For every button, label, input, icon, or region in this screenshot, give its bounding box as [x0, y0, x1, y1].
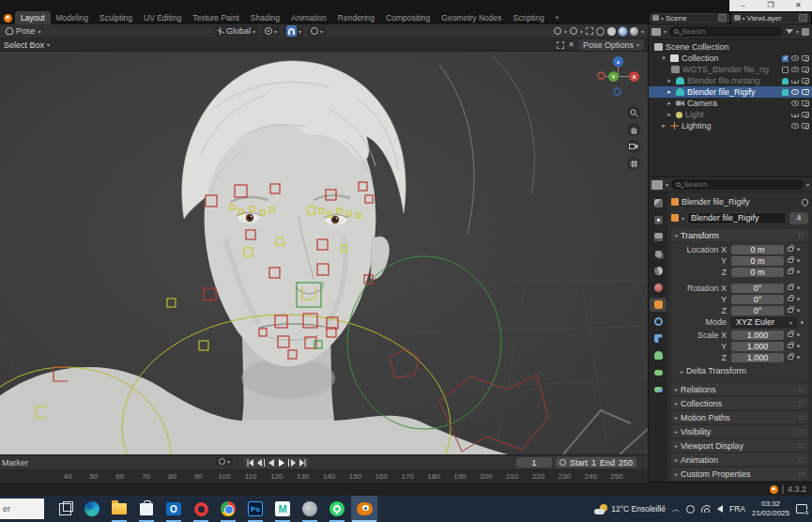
disable-render-icon[interactable]	[802, 67, 809, 72]
lock-icon[interactable]	[788, 308, 793, 313]
maximize-button[interactable]: ❐	[757, 0, 784, 11]
gizmo-z-axis[interactable]: z	[613, 56, 623, 67]
hide-eye-icon[interactable]	[791, 123, 799, 129]
show-overlays-icon[interactable]	[570, 27, 577, 35]
animate-dot-icon[interactable]	[797, 286, 800, 289]
photoshop-button[interactable]: Ps	[242, 496, 268, 522]
pin-icon[interactable]	[801, 197, 810, 207]
zoom-icon[interactable]	[627, 106, 640, 119]
rotation-y-field[interactable]: 0°	[731, 295, 784, 304]
clock[interactable]: 03:32 21/02/2025	[752, 499, 789, 517]
tab-texture-paint[interactable]: Texture Paint	[187, 11, 245, 24]
close-button[interactable]: ✕	[785, 0, 812, 11]
panel-viewport-display[interactable]: ▸ Viewport Display ∷	[671, 439, 808, 452]
expand-icon[interactable]: ▸	[666, 100, 673, 107]
language-indicator[interactable]: FRA	[729, 504, 745, 514]
tab-output[interactable]	[650, 230, 666, 244]
delta-transform-panel[interactable]: ▸ Delta Transform	[673, 365, 806, 376]
animate-dot-icon[interactable]	[797, 309, 800, 312]
viewport-canvas[interactable]: z Y X	[0, 52, 648, 454]
store-button[interactable]	[133, 496, 160, 522]
tab-world[interactable]	[650, 281, 666, 295]
location-y-field[interactable]: 0 m	[731, 256, 784, 266]
outliner-item-wgts[interactable]: WGTS_Blender file_rig	[649, 64, 812, 75]
outliner-item-lighting[interactable]: ▸ Lighting	[649, 120, 812, 131]
tab-constraints[interactable]	[650, 331, 666, 345]
disable-render-icon[interactable]	[802, 55, 809, 61]
pivot-dropdown[interactable]: ▾	[262, 25, 280, 37]
gizmo-neg-z-axis[interactable]	[613, 87, 621, 96]
mode-dropdown[interactable]: Pose ▾	[0, 25, 47, 38]
scale-y-field[interactable]: 1.000	[731, 342, 784, 351]
snap-controls[interactable]: ▾	[283, 25, 304, 37]
animate-dot-icon[interactable]	[797, 333, 800, 336]
panel-grip-icon[interactable]: ∷	[799, 441, 804, 451]
new-scene-button[interactable]	[718, 14, 727, 22]
expand-icon[interactable]: ▾	[660, 54, 667, 62]
outliner-search[interactable]	[669, 26, 783, 37]
scale-x-field[interactable]: 1.000	[731, 330, 784, 340]
chrome-button[interactable]	[215, 496, 241, 522]
outliner-item-light[interactable]: ▸ Light	[649, 109, 812, 120]
tab-physics[interactable]	[650, 315, 666, 329]
object-name-field[interactable]: Blender file_Rigify	[687, 212, 787, 224]
task-view-button[interactable]	[52, 496, 78, 522]
shading-rendered-icon[interactable]	[630, 27, 638, 36]
shading-material-icon[interactable]	[619, 27, 627, 36]
blender-taskbar-button[interactable]	[351, 496, 377, 522]
location-x-field[interactable]: 0 m	[731, 245, 784, 254]
panel-collections[interactable]: ▸ Collections ∷	[671, 397, 808, 409]
hide-eye-icon[interactable]	[791, 80, 799, 84]
animate-dot-icon[interactable]	[797, 356, 800, 359]
new-viewlayer-button[interactable]	[799, 14, 807, 22]
new-collection-icon[interactable]	[802, 28, 809, 36]
hidden-icons-chevron[interactable]: ︿	[672, 504, 680, 514]
shading-solid-icon[interactable]	[607, 27, 616, 36]
file-explorer-button[interactable]	[106, 496, 132, 522]
location-z-field[interactable]: 0 m	[731, 268, 784, 277]
edge-button[interactable]	[79, 496, 105, 522]
panel-grip-icon[interactable]: ∷	[799, 399, 804, 408]
mirror-x-icon[interactable]: ✕	[568, 40, 575, 49]
hide-eye-icon[interactable]	[791, 114, 799, 117]
taskbar-search-box[interactable]: er	[0, 499, 44, 519]
panel-custom-properties[interactable]: ▸ Custom Properties ∷	[671, 468, 808, 480]
jump-to-end-button[interactable]	[298, 458, 307, 468]
show-gizmo-icon[interactable]	[554, 27, 561, 35]
m-app-button[interactable]: M	[269, 496, 296, 522]
outliner-item-metarig[interactable]: ▸ Blender file.metarig	[649, 75, 812, 86]
panel-grip-icon[interactable]: ∷	[799, 385, 804, 394]
shading-wireframe-icon[interactable]	[596, 27, 605, 36]
scale-z-field[interactable]: 1.000	[731, 353, 784, 362]
tab-scene[interactable]	[650, 264, 666, 278]
lock-icon[interactable]	[788, 332, 793, 337]
lock-icon[interactable]	[788, 247, 793, 252]
gizmo-neg-x-axis[interactable]	[597, 71, 605, 80]
tab-geometry-nodes[interactable]: Geometry Nodes	[436, 11, 507, 24]
panel-relations[interactable]: ▸ Relations ∷	[671, 383, 808, 395]
scene-selector[interactable]: ▾ Scene	[650, 13, 729, 23]
panel-animation[interactable]: ▸ Animation ∷	[671, 453, 808, 466]
tab-layout[interactable]: Layout	[15, 11, 51, 24]
weather-widget[interactable]: 12°C Ensoleillé	[594, 504, 666, 514]
collection-checkbox[interactable]	[782, 55, 789, 62]
play-button[interactable]	[277, 458, 286, 468]
end-value[interactable]: 250	[619, 458, 633, 468]
expand-icon[interactable]: ▸	[666, 111, 673, 118]
outliner-item-scene-collection[interactable]: Scene Collection	[649, 41, 812, 53]
lock-icon[interactable]	[788, 344, 793, 348]
timeline-ruler[interactable]: 4050607080901001101201301401501601701801…	[0, 469, 648, 483]
tab-shading[interactable]: Shading	[245, 11, 285, 24]
network-icon[interactable]	[701, 505, 711, 513]
expand-icon[interactable]: ▸	[660, 122, 667, 130]
properties-editor-icon[interactable]	[651, 180, 663, 190]
rotation-mode-dropdown[interactable]: XYZ Euler ▾	[731, 317, 797, 328]
tab-scripting[interactable]: Scripting	[508, 11, 550, 24]
lock-icon[interactable]	[788, 297, 793, 301]
tab-tool[interactable]	[650, 196, 666, 210]
transform-panel-header[interactable]: ▾ Transform ∷	[671, 229, 808, 241]
animate-dot-icon[interactable]	[797, 259, 800, 262]
tab-sculpting[interactable]: Sculpting	[94, 11, 138, 24]
auto-keying-toggle[interactable]: ▾	[216, 457, 233, 466]
transform-pivot-icon[interactable]	[557, 41, 564, 49]
